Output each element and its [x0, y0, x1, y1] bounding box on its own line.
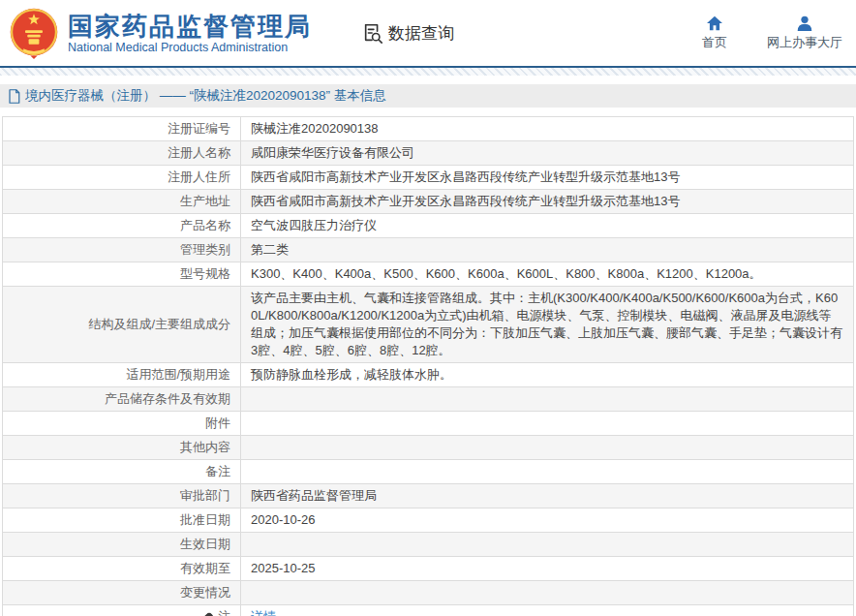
- row-label: 审批部门: [3, 484, 241, 508]
- row-label: 产品名称: [3, 214, 241, 237]
- row-label-text: 附件: [205, 415, 230, 432]
- row-label-text: 注: [218, 608, 230, 616]
- row-label-text: 管理类别: [180, 241, 230, 259]
- table-row: 产品名称 空气波四肢压力治疗仪: [3, 213, 853, 237]
- site-header: 国家药品监督管理局 National Medical Products Admi…: [0, 0, 856, 66]
- table-row: 注册人名称 咸阳康荣华医疗设备有限公司: [3, 140, 853, 165]
- row-value: 2020-10-26: [241, 508, 853, 532]
- row-label-text: 型号规格: [180, 265, 230, 283]
- row-label-text: 注册证编号: [168, 120, 230, 138]
- row-label: 附件: [3, 412, 241, 435]
- row-label: 注册人住所: [3, 166, 241, 189]
- row-value: 陕械注准20202090138: [241, 117, 853, 140]
- row-label-text: 备注: [205, 463, 230, 480]
- row-label-text: 产品储存条件及有效期: [105, 390, 230, 408]
- table-row: 附件: [3, 411, 853, 435]
- nav-online-hall[interactable]: 网上办事大厅: [767, 15, 842, 51]
- row-label: 型号规格: [3, 262, 241, 286]
- table-row: 批准日期 2020-10-26: [3, 508, 853, 532]
- row-label-text: 生产地址: [180, 193, 230, 210]
- row-value: [241, 387, 853, 411]
- row-value: [241, 581, 853, 604]
- row-label: 其他内容: [3, 436, 241, 459]
- breadcrumb-text: 境内医疗器械（注册） —— “陕械注准20202090138” 基本信息: [25, 87, 386, 105]
- table-row: 型号规格 K300、K400、K400a、K500、K600、K600a、K60…: [3, 262, 853, 286]
- nav-online-hall-label: 网上办事大厅: [767, 34, 842, 51]
- row-label: 生效日期: [3, 533, 241, 556]
- row-label: 批准日期: [3, 508, 241, 532]
- top-nav: 首页 网上办事大厅: [691, 15, 842, 51]
- row-value: 第二类: [241, 238, 853, 262]
- table-row: 适用范围/预期用途 预防静脉血栓形成，减轻肢体水肿。: [3, 362, 853, 386]
- page-icon: [8, 89, 20, 104]
- table-row: 注册人住所 陕西省咸阳市高新技术产业开发区永昌路西段传统产业转型升级示范基地13…: [3, 165, 853, 189]
- data-query-label: 数据查询: [388, 22, 454, 45]
- row-value: 陕西省咸阳市高新技术产业开发区永昌路西段传统产业转型升级示范基地13号: [241, 190, 853, 213]
- row-value: 咸阳康荣华医疗设备有限公司: [241, 141, 853, 165]
- document-search-icon: [362, 22, 383, 44]
- registration-info-table: 注册证编号 陕械注准20202090138 注册人名称 咸阳康荣华医疗设备有限公…: [2, 116, 854, 616]
- row-value: K300、K400、K400a、K500、K600、K600a、K600L、K8…: [241, 262, 853, 286]
- row-label-text: 注册人住所: [168, 169, 230, 186]
- row-label: 结构及组成/主要组成成分: [3, 287, 241, 362]
- row-label-text: 审批部门: [180, 487, 230, 505]
- row-value: [241, 436, 853, 459]
- table-row: 注 详情: [3, 604, 853, 616]
- site-title: 国家药品监督管理局: [68, 12, 312, 41]
- table-row: 备注: [3, 459, 853, 483]
- row-value: 陕西省咸阳市高新技术产业开发区永昌路西段传统产业转型升级示范基地13号: [241, 166, 853, 189]
- row-label: 注: [3, 605, 241, 616]
- table-row: 注册证编号 陕械注准20202090138: [3, 117, 853, 140]
- row-label: 管理类别: [3, 238, 241, 262]
- table-row: 变更情况: [3, 580, 853, 604]
- row-value: [241, 412, 853, 435]
- row-value: 该产品主要由主机、气囊和连接管路组成。其中：主机(K300/K400/K400a…: [241, 287, 853, 362]
- decorative-hatch-band: [0, 68, 856, 76]
- nav-home-label: 首页: [702, 34, 727, 51]
- table-row: 审批部门 陕西省药品监督管理局: [3, 483, 853, 508]
- row-label: 注册人名称: [3, 141, 241, 165]
- row-value: [241, 533, 853, 556]
- note-icon: [203, 611, 214, 616]
- row-label: 生产地址: [3, 190, 241, 213]
- user-icon: [796, 15, 813, 31]
- row-value: 陕西省药品监督管理局: [241, 484, 853, 508]
- home-icon: [706, 15, 723, 31]
- row-label-text: 有效期至: [180, 560, 230, 577]
- nav-home[interactable]: 首页: [691, 15, 738, 51]
- data-query-button[interactable]: 数据查询: [362, 22, 454, 45]
- brand-block: 国家药品监督管理局 National Medical Products Admi…: [68, 12, 312, 55]
- table-row: 管理类别 第二类: [3, 237, 853, 262]
- row-value: [241, 460, 853, 483]
- detail-link[interactable]: 详情: [241, 605, 853, 616]
- row-value: 2025-10-25: [241, 557, 853, 580]
- table-row: 产品储存条件及有效期: [3, 386, 853, 411]
- row-label: 有效期至: [3, 557, 241, 580]
- table-row: 其他内容: [3, 435, 853, 459]
- site-subtitle: National Medical Products Administration: [68, 41, 312, 55]
- national-emblem-logo: [8, 7, 60, 59]
- row-label-text: 生效日期: [180, 536, 230, 553]
- table-row: 结构及组成/主要组成成分 该产品主要由主机、气囊和连接管路组成。其中：主机(K3…: [3, 286, 853, 362]
- row-value: 空气波四肢压力治疗仪: [241, 214, 853, 237]
- row-label: 变更情况: [3, 581, 241, 604]
- row-label-text: 结构及组成/主要组成成分: [88, 316, 230, 333]
- table-row: 生效日期: [3, 532, 853, 556]
- row-label-text: 适用范围/预期用途: [126, 366, 230, 384]
- row-label: 适用范围/预期用途: [3, 363, 241, 386]
- row-label-text: 变更情况: [180, 584, 230, 601]
- row-label: 注册证编号: [3, 117, 241, 140]
- row-value: 预防静脉血栓形成，减轻肢体水肿。: [241, 363, 853, 386]
- table-row: 有效期至 2025-10-25: [3, 556, 853, 580]
- table-row: 生产地址 陕西省咸阳市高新技术产业开发区永昌路西段传统产业转型升级示范基地13号: [3, 189, 853, 213]
- row-label-text: 产品名称: [180, 217, 230, 234]
- breadcrumb: 境内医疗器械（注册） —— “陕械注准20202090138” 基本信息: [0, 84, 856, 108]
- row-label: 产品储存条件及有效期: [3, 387, 241, 411]
- row-label: 备注: [3, 460, 241, 483]
- row-label-text: 批准日期: [180, 511, 230, 529]
- row-label-text: 其他内容: [180, 439, 230, 456]
- row-label-text: 注册人名称: [168, 144, 230, 162]
